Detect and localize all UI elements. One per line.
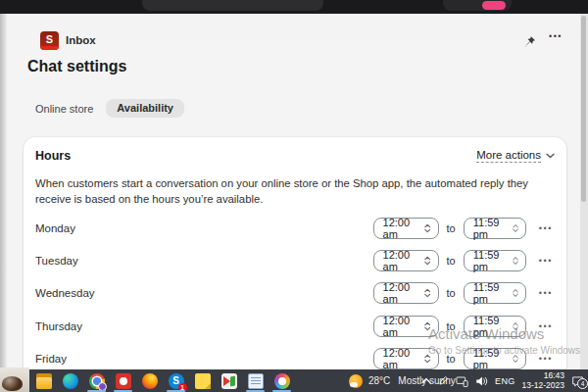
chrome-profile-slot[interactable] xyxy=(83,369,110,392)
weather-icon xyxy=(349,374,363,388)
browser-topbar xyxy=(0,0,588,14)
to-select-value: 11:59 pm xyxy=(473,249,507,272)
screen: S Inbox ••• Chat settings Online store A… xyxy=(0,0,588,392)
select-arrows-icon xyxy=(424,287,430,299)
row-menu-icon[interactable]: ••• xyxy=(539,288,553,298)
row-menu-icon[interactable]: ••• xyxy=(539,256,553,266)
notification-count-badge: 4 xyxy=(577,378,588,389)
clock[interactable]: 16:43 13-12-2023 xyxy=(522,371,564,390)
paint-3d-slot[interactable] xyxy=(269,369,295,392)
select-arrows-icon xyxy=(424,320,430,332)
from-select[interactable]: 12:00 am xyxy=(373,250,439,271)
notes-doc-icon[interactable] xyxy=(248,373,264,389)
from-select-value: 12:00 am xyxy=(383,249,419,272)
row-menu-icon[interactable]: ••• xyxy=(539,223,553,233)
monitor-icon[interactable] xyxy=(456,375,468,387)
red-green-app-icon[interactable] xyxy=(221,373,237,389)
taskbar-icons: S1 xyxy=(30,369,295,392)
pen-icon[interactable] xyxy=(438,375,449,386)
select-arrows-icon xyxy=(513,222,518,234)
shop-app-logo-icon: S xyxy=(40,31,59,50)
to-select-value: 11:59 pm xyxy=(473,315,507,338)
row-menu-icon[interactable]: ••• xyxy=(539,354,553,364)
topbar-search-pill[interactable] xyxy=(142,0,323,11)
red-media-app-slot[interactable] xyxy=(110,369,136,392)
to-label: to xyxy=(447,255,456,267)
to-select[interactable]: 11:59 pm xyxy=(464,218,526,239)
to-label: to xyxy=(447,353,456,365)
from-select[interactable]: 12:00 am xyxy=(373,348,439,369)
left-scrollbar[interactable] xyxy=(0,14,7,369)
day-label: Monday xyxy=(35,222,75,234)
edge-slot[interactable] xyxy=(57,369,83,392)
select-arrows-icon xyxy=(513,320,518,332)
from-select-value: 12:00 am xyxy=(383,217,419,240)
chevron-up-icon[interactable] xyxy=(421,377,431,384)
language-indicator[interactable]: ENG xyxy=(495,376,514,386)
hours-card: Hours More actions When customers start … xyxy=(24,137,566,369)
to-label: to xyxy=(447,222,456,234)
to-select-value: 11:59 pm xyxy=(473,347,507,370)
firefox-icon[interactable] xyxy=(142,373,158,389)
from-select-value: 12:00 am xyxy=(383,281,419,305)
day-label: Thursday xyxy=(35,320,82,332)
tab-online-store[interactable]: Online store xyxy=(35,103,93,115)
more-actions-button[interactable]: More actions xyxy=(476,149,555,163)
from-select[interactable]: 12:00 am xyxy=(373,316,439,337)
to-label: to xyxy=(447,320,456,332)
right-scrollbar[interactable] xyxy=(580,14,588,369)
from-select-value: 12:00 am xyxy=(383,347,419,370)
pin-icon[interactable] xyxy=(523,34,536,47)
select-arrows-icon xyxy=(513,255,518,267)
from-select[interactable]: 12:00 am xyxy=(373,218,439,239)
more-actions-label: More actions xyxy=(476,149,541,163)
notes-doc-slot[interactable] xyxy=(242,369,269,392)
day-label: Tuesday xyxy=(35,255,78,267)
day-label: Friday xyxy=(35,353,67,365)
edge-icon[interactable] xyxy=(63,373,78,389)
hours-rows: Monday 12:00 am to 11:59 pm xyxy=(35,212,555,375)
card-title: Hours xyxy=(35,149,71,163)
day-label: Wednesday xyxy=(35,287,95,299)
select-arrows-icon xyxy=(513,287,518,299)
speaker-icon[interactable] xyxy=(475,375,488,387)
skype-slot[interactable]: S1 xyxy=(163,369,189,392)
sticky-notes-slot[interactable] xyxy=(189,369,216,392)
weather-temp: 28°C xyxy=(368,375,390,386)
tab-availability[interactable]: Availability xyxy=(106,99,184,118)
app-header: S Inbox ••• xyxy=(0,14,588,40)
from-select-value: 12:00 am xyxy=(383,315,419,338)
hours-row: Thursday 12:00 am to 11:59 pm xyxy=(35,310,555,342)
to-select[interactable]: 11:59 pm xyxy=(464,250,526,271)
desktop-wallpaper-corner xyxy=(0,368,29,392)
select-arrows-icon xyxy=(424,222,430,234)
sticky-notes-icon[interactable] xyxy=(195,373,211,389)
scrollbar-thumb[interactable] xyxy=(581,16,586,202)
to-select-value: 11:59 pm xyxy=(473,281,507,305)
hours-row: Tuesday 12:00 am to 11:59 pm xyxy=(35,244,555,276)
skype-icon[interactable]: S1 xyxy=(169,373,184,389)
chrome-profile-icon[interactable] xyxy=(89,373,105,389)
system-tray: ENG 16:43 13-12-2023 4 xyxy=(421,369,584,392)
clock-date: 13-12-2023 xyxy=(522,381,564,391)
firefox-slot[interactable] xyxy=(136,369,163,392)
red-media-app-icon[interactable] xyxy=(116,373,131,389)
to-select[interactable]: 11:59 pm xyxy=(464,316,526,337)
row-menu-icon[interactable]: ••• xyxy=(539,321,553,331)
action-center-icon[interactable]: 4 xyxy=(571,375,584,387)
app-title: Inbox xyxy=(66,34,96,46)
hours-row: Monday 12:00 am to 11:59 pm xyxy=(35,212,555,244)
from-select[interactable]: 12:00 am xyxy=(373,282,439,304)
to-select-value: 11:59 pm xyxy=(473,217,507,240)
topbar-accent-pill[interactable] xyxy=(482,1,506,10)
page-title: Chat settings xyxy=(27,58,126,75)
to-select[interactable]: 11:59 pm xyxy=(464,348,526,369)
file-explorer-slot[interactable] xyxy=(30,369,57,392)
red-green-app-slot[interactable] xyxy=(216,369,242,392)
file-explorer-icon[interactable] xyxy=(36,373,52,389)
to-select[interactable]: 11:59 pm xyxy=(464,282,526,304)
select-arrows-icon xyxy=(513,353,518,365)
header-menu-icon[interactable]: ••• xyxy=(549,31,563,41)
paint-3d-icon[interactable] xyxy=(274,373,290,389)
select-arrows-icon xyxy=(424,353,430,365)
